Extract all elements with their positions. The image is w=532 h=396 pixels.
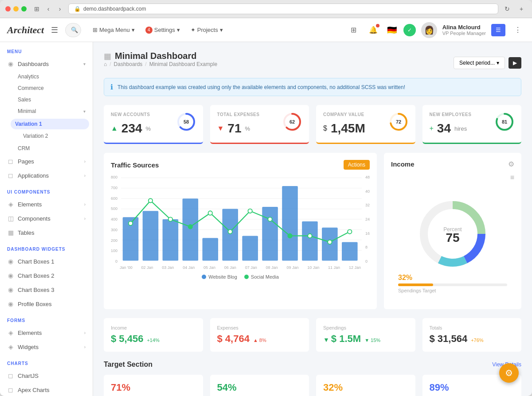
sidebar-item-pages[interactable]: ◻ Pages › — [0, 154, 93, 168]
sidebar-item-dashboards[interactable]: ◉ Dashboards ▾ — [0, 57, 93, 71]
x-axis: Jan '00 02 Jan 03 Jan 04 Jan 05 Jan 06 J… — [111, 265, 370, 270]
settings-badge: 4 — [145, 27, 153, 34]
sidebar-apex-charts[interactable]: ◻ Apex Charts — [0, 383, 93, 396]
settings-nav[interactable]: 4 Settings ▾ — [141, 24, 184, 36]
period-toggle-btn[interactable]: ▶ — [509, 57, 521, 69]
x-label-11: 12 Jan — [349, 265, 361, 270]
svg-rect-26 — [242, 236, 258, 260]
actions-button[interactable]: Actions — [344, 160, 370, 170]
svg-rect-24 — [203, 238, 219, 260]
income-chart-card: Income ⚙ ≡ — [384, 153, 521, 309]
company-value: 1,45M — [331, 121, 365, 136]
url-text: demo.dashboardpack.com — [83, 6, 146, 12]
forward-btn[interactable]: › — [55, 4, 65, 14]
sidebar-analytics[interactable]: Analytics — [0, 71, 93, 82]
period-chevron-icon: ▾ — [497, 60, 499, 66]
svg-text:81: 81 — [502, 119, 507, 124]
svg-point-43 — [348, 229, 352, 233]
target-spendings-pct: 32% — [323, 382, 408, 393]
sidebar-minimal[interactable]: Minimal▾ — [0, 105, 93, 117]
sidebar-components[interactable]: ◫ Components › — [0, 211, 93, 225]
income-gear-icon[interactable]: ⚙ — [508, 160, 514, 168]
mega-menu-nav[interactable]: ⊞ Mega Menu ▾ — [88, 24, 139, 35]
sidebar-commerce[interactable]: Commerce — [0, 82, 93, 94]
sidebar-item-applications[interactable]: ◻ Applications › — [0, 168, 93, 182]
sidebar-profile-boxes[interactable]: ◉ Profile Boxes — [0, 297, 93, 311]
elements-label: Elements — [18, 201, 42, 208]
more-options-btn[interactable]: ⋮ — [511, 23, 525, 37]
sidebar-widgets[interactable]: ◈ Widgets › — [0, 340, 93, 354]
search-bar[interactable]: 🔍 — [65, 23, 81, 37]
notifications-btn[interactable]: 🔔 — [366, 23, 380, 37]
select-period-label: Select period... — [459, 60, 495, 66]
browser-window: ⊞ ‹ › 🔒 demo.dashboardpack.com ↻ + Archi… — [0, 0, 532, 396]
chart-boxes-3-label: Chart Boxes 3 — [18, 287, 54, 293]
y-axis-right: 484032241680 — [364, 175, 370, 264]
new-tab-btn[interactable]: + — [516, 4, 527, 14]
applications-icon: ◻ — [7, 172, 14, 179]
social-media-label: Social Media — [251, 274, 279, 280]
sidebar-variation1[interactable]: Variation 1 — [11, 119, 89, 129]
breadcrumb-dashboards[interactable]: Dashboards — [114, 61, 143, 67]
employees-unit: hires — [454, 125, 467, 132]
sidebar-variation2[interactable]: Variation 2 — [0, 130, 93, 142]
sidebar-chart-boxes-3[interactable]: ◉ Chart Boxes 3 — [0, 283, 93, 297]
svg-point-34 — [168, 217, 172, 221]
accounts-arrow-up-icon: ▲ — [111, 124, 118, 132]
income-menu-icon[interactable]: ≡ — [391, 174, 514, 182]
target-expenses-pct: 54% — [217, 382, 302, 393]
close-dot[interactable] — [5, 6, 11, 12]
sidebar-chart-boxes-1[interactable]: ◉ Chart Boxes 1 — [0, 254, 93, 268]
status-indicator: ✓ — [403, 24, 416, 36]
main-layout: MENU ◉ Dashboards ▾ Analytics Commerce S… — [0, 42, 532, 396]
info-banner: ℹ This dashboard example was created usi… — [104, 78, 521, 96]
sidebar-toggle-btn[interactable]: ⊞ — [32, 4, 42, 14]
income-chart-controls: ⚙ — [508, 160, 514, 168]
sidebar-form-elements[interactable]: ◈ Elements › — [0, 326, 93, 340]
spendings-progress-bar — [398, 283, 507, 286]
x-label-5: 06 Jan — [224, 265, 236, 270]
tables-icon: ▦ — [7, 229, 14, 236]
stats-grid: NEW ACCOUNTS ▲ 234 % 58 — [104, 105, 521, 144]
stat-card-new-employees: NEW EMPLOYEES + 34 hires 81 — [422, 105, 522, 144]
bstat-totals-value: $ 31,564 — [430, 333, 468, 345]
company-progress-ring: 72 — [389, 112, 408, 132]
sidebar-chart-boxes-2[interactable]: ◉ Chart Boxes 2 — [0, 268, 93, 283]
refresh-btn[interactable]: ↻ — [502, 4, 512, 14]
target-spendings-card: 32% Spendings Target — [316, 375, 415, 396]
app-header: Architect ☰ 🔍 ⊞ Mega Menu ▾ 4 Settings ▾… — [0, 18, 532, 42]
address-bar[interactable]: 🔒 demo.dashboardpack.com — [68, 4, 498, 14]
spendings-bar-fill — [398, 283, 433, 286]
svg-rect-27 — [262, 207, 278, 261]
apps-icon-btn[interactable]: ⊞ — [347, 23, 361, 37]
accounts-unit: % — [146, 125, 151, 132]
browser-toolbar: ⊞ ‹ › 🔒 demo.dashboardpack.com ↻ + — [0, 0, 532, 18]
bstat-income-label: Income — [111, 325, 196, 330]
chart-legend: Website Blog Social Media — [111, 274, 370, 280]
target-totals-pct: 89% — [430, 382, 515, 393]
spendings-row: 32% Spendings Target — [391, 274, 514, 293]
sidebar-chartjs[interactable]: ◻ ChartJS — [0, 369, 93, 383]
sidebar-crm[interactable]: CRM — [0, 143, 93, 154]
minimize-dot[interactable] — [13, 6, 19, 12]
maximize-dot[interactable] — [21, 6, 27, 12]
social-media-dot — [244, 275, 249, 279]
bottom-stat-totals: Totals $ 31,564 +76% — [422, 318, 522, 352]
mega-menu-label: Mega Menu — [99, 27, 130, 33]
projects-nav[interactable]: ✦ Projects ▾ — [186, 24, 227, 35]
bottom-stat-income: Income $ 5,456 +14% — [104, 318, 203, 352]
mega-menu-chevron: ▾ — [132, 27, 135, 33]
sidebar-tables[interactable]: ▦ Tables — [0, 225, 93, 240]
user-settings-btn[interactable]: ☰ — [491, 24, 505, 36]
select-period-button[interactable]: Select period... ▾ — [454, 57, 505, 69]
back-btn[interactable]: ‹ — [43, 4, 53, 14]
language-selector[interactable]: 🇩🇪 — [386, 24, 398, 36]
fab-button[interactable]: ⚙ — [499, 363, 519, 383]
dashboard-icon: ◉ — [7, 60, 14, 67]
expenses-unit: % — [245, 125, 250, 132]
sidebar-elements[interactable]: ◈ Elements › — [0, 197, 93, 211]
chartjs-label: ChartJS — [18, 373, 39, 379]
sidebar-sales[interactable]: Sales — [0, 94, 93, 105]
components-chevron: › — [84, 216, 86, 221]
hamburger-menu-icon[interactable]: ☰ — [51, 25, 58, 35]
